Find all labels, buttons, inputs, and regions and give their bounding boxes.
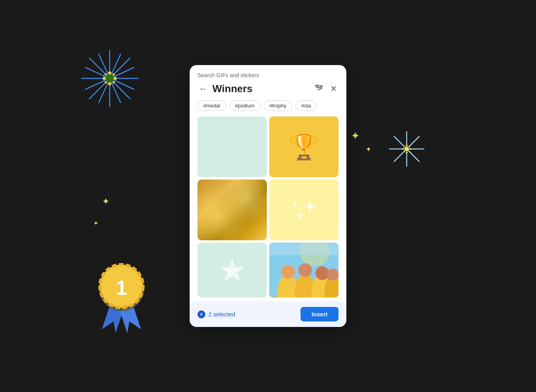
gold-bokeh-overlay — [197, 180, 267, 240]
gif-search-dialog: Search GIFs and stickers ← Winners ✕ #me… — [190, 65, 346, 327]
svg-point-45 — [100, 265, 143, 308]
svg-point-38 — [406, 152, 408, 154]
svg-marker-43 — [120, 306, 141, 333]
svg-line-29 — [394, 136, 404, 147]
svg-line-9 — [114, 67, 134, 77]
tag-podium[interactable]: #podium — [229, 100, 261, 111]
svg-point-21 — [108, 82, 111, 85]
bottom-bar: ✕ 2 selected Insert — [190, 301, 346, 327]
svg-point-17 — [108, 71, 111, 74]
svg-point-36 — [409, 148, 411, 150]
gif-cell-6[interactable] — [269, 243, 339, 298]
svg-point-39 — [404, 151, 405, 152]
svg-point-18 — [112, 73, 115, 76]
tags-row: #medal #podium #trophy #sta — [190, 100, 346, 116]
svg-rect-64 — [269, 243, 339, 255]
sparkle-icon: ✦ — [351, 129, 360, 142]
clear-selection-button[interactable]: ✕ — [197, 310, 205, 318]
svg-point-33 — [404, 147, 409, 151]
dialog-title-row: ← Winners ✕ — [190, 81, 346, 100]
filter-icon — [315, 84, 323, 91]
svg-line-4 — [89, 58, 107, 76]
svg-point-63 — [327, 269, 339, 281]
blue-firework-icon — [78, 47, 141, 110]
award-badge: 1 — [86, 251, 157, 329]
svg-line-13 — [111, 54, 121, 74]
team-photo-svg — [269, 243, 339, 298]
tag-trophy[interactable]: #trophy — [264, 100, 292, 111]
gif-cell-4[interactable] — [269, 180, 339, 240]
svg-line-7 — [112, 81, 130, 99]
gif-cell-3[interactable] — [197, 180, 267, 240]
sparkle-icon: ✦ — [366, 145, 371, 154]
svg-line-30 — [409, 136, 419, 147]
svg-point-34 — [406, 145, 408, 147]
svg-point-41 — [404, 146, 405, 147]
svg-point-47 — [104, 269, 139, 303]
star-icon: ★ — [218, 252, 246, 289]
back-button[interactable]: ← — [197, 83, 208, 94]
svg-line-31 — [394, 151, 404, 162]
gif-grid: 🏆 ★ — [190, 116, 346, 298]
svg-line-12 — [99, 54, 108, 74]
title-left: ← Winners — [197, 83, 252, 95]
svg-point-57 — [281, 265, 295, 279]
svg-marker-42 — [102, 306, 123, 333]
search-label: Search GIFs and stickers — [190, 65, 346, 81]
svg-line-5 — [112, 58, 130, 76]
svg-point-59 — [298, 263, 312, 277]
svg-line-8 — [85, 67, 106, 77]
tag-star[interactable]: #sta — [295, 100, 317, 111]
svg-point-16 — [106, 74, 114, 82]
light-firework-icon — [387, 129, 426, 169]
svg-point-19 — [114, 77, 117, 80]
svg-point-23 — [103, 77, 106, 80]
svg-point-40 — [402, 148, 404, 150]
sparkle-icon: ✦ — [93, 220, 98, 227]
svg-line-10 — [85, 80, 106, 89]
selected-info: ✕ 2 selected — [197, 310, 235, 318]
selected-count-label: 2 selected — [208, 311, 235, 318]
svg-line-15 — [111, 82, 121, 103]
svg-point-24 — [105, 73, 107, 76]
svg-point-46 — [100, 265, 143, 308]
svg-point-20 — [112, 81, 115, 83]
sparkle-icon: ✦ — [102, 196, 110, 207]
gif-cell-1[interactable] — [197, 116, 267, 177]
svg-point-53 — [320, 87, 322, 89]
trophy-icon: 🏆 — [288, 132, 320, 162]
svg-line-32 — [409, 151, 419, 162]
filter-button[interactable] — [313, 83, 325, 95]
svg-text:1: 1 — [116, 276, 127, 299]
svg-point-52 — [316, 85, 318, 87]
svg-line-14 — [99, 82, 108, 103]
title-actions: ✕ — [313, 82, 339, 95]
svg-line-11 — [114, 80, 134, 89]
close-button[interactable]: ✕ — [329, 82, 339, 95]
dialog-title: Winners — [212, 83, 252, 95]
gif-cell-5[interactable]: ★ — [197, 243, 267, 298]
tag-medal[interactable]: #medal — [197, 100, 226, 111]
svg-point-35 — [408, 146, 410, 147]
svg-line-6 — [89, 81, 107, 99]
svg-point-37 — [408, 151, 410, 152]
sparkles-icon — [288, 194, 320, 226]
svg-point-22 — [105, 81, 107, 83]
gif-cell-2[interactable]: 🏆 — [269, 116, 339, 177]
insert-button[interactable]: Insert — [301, 307, 339, 321]
svg-point-44 — [99, 265, 144, 311]
